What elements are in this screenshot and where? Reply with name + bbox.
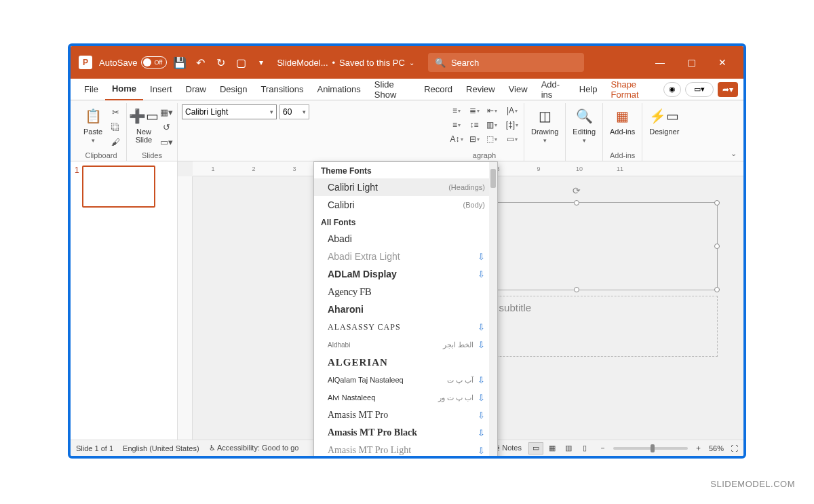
clipboard-icon: 📋 [83,106,103,126]
search-icon: 🔍 [435,58,446,68]
scrollbar[interactable] [489,162,497,459]
cut-icon[interactable]: ✂ [109,106,122,118]
font-option[interactable]: Aharoni [314,301,497,318]
tab-home[interactable]: Home [105,79,143,100]
layout-icon[interactable]: ▦▾ [159,106,173,118]
tab-review[interactable]: Review [459,79,502,100]
accessibility-icon: ♿︎ [209,444,216,452]
redo-icon[interactable]: ↻ [214,56,227,69]
alignv-icon[interactable]: ⊟▾ [467,133,482,145]
font-option[interactable]: Amasis MT Pro⇩ [314,406,497,424]
find-icon: 🔍 [574,106,594,126]
copy-icon[interactable]: ⿻ [109,121,122,133]
tab-animations[interactable]: Animations [311,79,368,100]
font-option[interactable]: ALGERIAN [314,353,497,371]
editing-button[interactable]: 🔍 Editing▾ [570,104,598,145]
mode-button[interactable]: ▭▾ [685,82,714,97]
bullets-icon[interactable]: ≡▾ [449,104,464,117]
reset-icon[interactable]: ↺ [159,121,173,133]
textdir2-icon[interactable]: |A▾ [505,104,520,117]
numbering-icon[interactable]: ≣▾ [467,104,482,117]
font-dropdown[interactable]: Theme Fonts Calibri Light(Headings)Calib… [313,161,498,459]
collapse-ribbon-icon[interactable]: ⌄ [731,149,737,158]
font-option[interactable]: Amasis MT Pro Light⇩ [314,442,497,459]
reading-view-icon[interactable]: ▥ [561,442,576,454]
overflow-icon[interactable]: ▾ [255,58,267,67]
convert-icon[interactable]: ▭▾ [505,133,520,145]
font-option[interactable]: Abadi [314,230,497,248]
indent-icon[interactable]: ⇤▾ [484,104,499,117]
share-button[interactable]: ➦▾ [718,82,738,97]
textdir-icon[interactable]: A↕▾ [449,133,464,145]
slide-counter[interactable]: Slide 1 of 1 [76,444,113,452]
fit-window-icon[interactable]: ⛶ [731,444,738,452]
tab-file[interactable]: File [77,79,105,100]
tab-add-ins[interactable]: Add-ins [535,79,573,100]
font-option[interactable]: ADLaM Display⇩ [314,265,497,283]
drawing-button[interactable]: ◫ Drawing▾ [528,104,561,145]
align2-icon[interactable]: [‡]▾ [505,119,520,131]
autosave-toggle[interactable]: AutoSave Off [99,56,167,69]
font-size-input[interactable]: 60 ▾ [279,104,309,119]
chevron-down-icon[interactable]: ▾ [303,109,306,115]
accessibility-status[interactable]: ♿︎ Accessibility: Good to go [209,444,299,452]
tab-record[interactable]: Record [417,79,459,100]
ribbon-tabs: FileHomeInsertDrawDesignTransitionsAnima… [71,79,743,100]
font-option[interactable]: Calibri(Body) [314,196,497,214]
rotate-handle-icon[interactable]: ⟳ [573,185,581,196]
font-name-input[interactable]: Calibri Light ▾ [182,104,277,119]
tab-shape-format[interactable]: Shape Format [604,79,664,100]
close-button[interactable]: ✕ [707,46,738,79]
normal-view-icon[interactable]: ▭ [528,442,543,454]
toggle-switch[interactable]: Off [141,56,167,69]
format-painter-icon[interactable]: 🖌 [109,136,122,148]
tab-help[interactable]: Help [573,79,604,100]
font-option[interactable]: ALASASSY CAPS⇩ [314,318,497,336]
linespacing-icon[interactable]: ↕≡ [467,119,482,131]
document-title[interactable]: SlideModel... • Saved to this PC ⌄ [277,58,414,68]
addins-button[interactable]: ▦ Add-ins [607,104,638,137]
columns-icon[interactable]: ▥▾ [484,119,499,131]
font-option[interactable]: Abadi Extra Light⇩ [314,248,497,265]
designer-button[interactable]: ⚡▭ Designer [646,104,682,137]
font-option[interactable]: Agency FB [314,283,497,301]
notes-button[interactable]: ≣ Notes [494,444,522,452]
font-option[interactable]: Alvi Nastaleeqاب پ ت ور⇩ [314,389,497,406]
paste-button[interactable]: 📋 Paste ▾ [80,104,106,145]
slideshow-view-icon[interactable]: ▯ [577,442,592,454]
ribbon: 📋 Paste ▾ ✂ ⿻ 🖌 Clipboard ➕▭ New Slide [71,100,743,161]
smartart-icon[interactable]: ⬚▾ [484,133,499,145]
tab-design[interactable]: Design [213,79,254,100]
search-input[interactable]: 🔍 Search [428,53,584,72]
font-option[interactable]: Aldhabiالخط ابجر⇩ [314,336,497,353]
font-option[interactable]: Amasis MT Pro Black⇩ [314,424,497,442]
slide-thumbnail[interactable]: 1 [75,166,173,208]
present-icon[interactable]: ▢ [235,56,247,69]
slide-canvas[interactable]: 1234567891011 ⟳ Click to add subtitle Th… [178,161,743,440]
zoom-level[interactable]: 56% [709,444,724,452]
zoom-out-icon[interactable]: － [599,443,606,453]
zoom-in-icon[interactable]: ＋ [695,443,702,453]
undo-icon[interactable]: ↶ [194,56,206,69]
zoom-slider[interactable] [613,447,688,450]
tab-insert[interactable]: Insert [143,79,179,100]
tab-view[interactable]: View [502,79,535,100]
font-option[interactable]: Calibri Light(Headings) [314,178,497,196]
maximize-button[interactable]: ▢ [676,46,707,79]
language-status[interactable]: English (United States) [123,444,199,452]
sorter-view-icon[interactable]: ▦ [545,442,560,454]
align-icon[interactable]: ≡▾ [449,119,464,131]
minimize-button[interactable]: ― [644,46,676,79]
tab-slide-show[interactable]: Slide Show [368,79,417,100]
section-icon[interactable]: ▭▾ [159,136,173,148]
record-button[interactable]: ◉ [663,82,681,97]
font-option[interactable]: AlQalam Taj Nastaleeqآب پ ت⇩ [314,371,497,389]
chevron-down-icon[interactable]: ▾ [270,109,273,115]
save-icon[interactable]: 💾 [174,56,186,69]
new-slide-button[interactable]: ➕▭ New Slide [131,104,157,145]
group-designer: ⚡▭ Designer [642,103,686,161]
group-clipboard: 📋 Paste ▾ ✂ ⿻ 🖌 Clipboard [76,103,127,161]
tab-draw[interactable]: Draw [179,79,213,100]
tab-transitions[interactable]: Transitions [254,79,310,100]
watermark: SLIDEMODEL.COM [710,479,795,489]
